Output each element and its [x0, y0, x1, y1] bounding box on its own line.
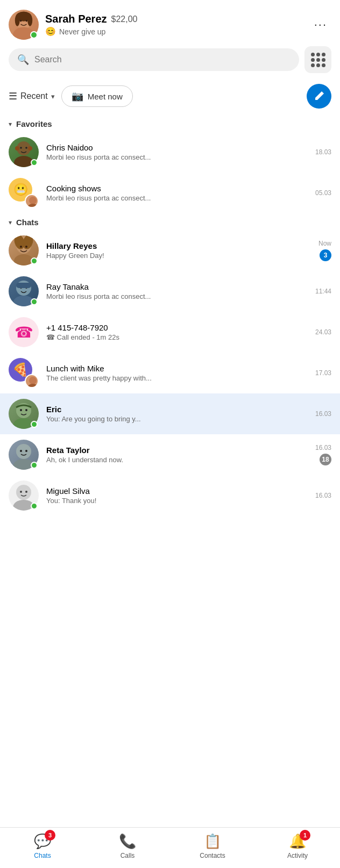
chat-name: Reta Taylor: [46, 446, 308, 455]
svg-rect-25: [16, 283, 31, 288]
filter-button[interactable]: ☰ Recent ▾: [9, 90, 55, 102]
chat-name: Miguel Silva: [46, 486, 308, 496]
chevron-down-icon: ▾: [51, 92, 55, 101]
chat-time: Now: [318, 240, 331, 247]
search-input[interactable]: [34, 55, 291, 64]
chats-nav-label: Chats: [34, 852, 51, 859]
chat-content: Chris Naidoo Morbi leo risus porta ac co…: [46, 143, 308, 161]
header: Sarah Perez $22,00 😊 Never give up ···: [0, 0, 340, 46]
bottom-navigation: 💬 3 Chats 📞 Calls 📋 Contacts 🔔 1 Activit…: [0, 827, 340, 868]
online-indicator: [31, 421, 38, 428]
chat-content: Eric You: Are you going to bring y...: [46, 405, 308, 423]
svg-point-14: [27, 204, 38, 208]
online-indicator: [31, 462, 38, 469]
avatar: ☎: [9, 317, 39, 347]
chat-content: Reta Taylor Ah, ok I understand now.: [46, 446, 308, 464]
contacts-icon: 📋: [204, 833, 221, 849]
chat-preview: Ah, ok I understand now.: [46, 456, 308, 464]
nav-item-calls[interactable]: 📞 Calls: [85, 833, 170, 859]
status-text: Never give up: [59, 27, 105, 36]
svg-point-6: [26, 20, 28, 22]
chat-name: Ray Tanaka: [46, 282, 308, 291]
chat-meta: 05.03: [315, 189, 331, 197]
list-item[interactable]: Hillary Reyes Happy Green Day! Now 3: [0, 230, 340, 271]
chat-name: +1 415-748-7920: [46, 323, 308, 332]
list-item[interactable]: 🍕 Lunch with Mike The client was pretty …: [0, 353, 340, 393]
svg-point-31: [25, 409, 27, 411]
chat-meta: 16.03: [315, 410, 331, 418]
svg-point-3: [15, 15, 20, 26]
svg-point-20: [25, 246, 27, 248]
svg-point-4: [27, 15, 32, 26]
list-item[interactable]: Chris Naidoo Morbi leo risus porta ac co…: [0, 132, 340, 173]
chats-section-header[interactable]: ▾ Chats: [0, 213, 340, 230]
user-avatar[interactable]: [9, 10, 39, 40]
chat-time: 18.03: [315, 148, 331, 156]
list-item[interactable]: Reta Taylor Ah, ok I understand now. 16.…: [0, 434, 340, 475]
meet-now-button[interactable]: 📷 Meet now: [61, 85, 133, 107]
chat-time: 17.03: [315, 369, 331, 377]
avatar: [9, 137, 39, 167]
favorites-section-header[interactable]: ▾ Favorites: [0, 115, 340, 132]
calls-nav-label: Calls: [121, 852, 135, 859]
avatar: [9, 235, 39, 266]
avatar: [9, 276, 39, 306]
chat-name: Lunch with Mike: [46, 364, 308, 373]
chat-preview: You: Thank you!: [46, 497, 308, 505]
chat-name: Hillary Reyes: [46, 241, 311, 250]
svg-point-5: [20, 20, 22, 22]
chat-meta: 11:44: [315, 288, 331, 295]
svg-point-38: [20, 491, 22, 493]
chat-preview: ☎ Call ended - 1m 22s: [46, 333, 308, 341]
grid-menu-button[interactable]: [304, 46, 331, 73]
calls-nav-icon-wrapper: 📞: [119, 833, 136, 850]
online-indicator: [31, 257, 38, 264]
svg-point-19: [20, 246, 22, 248]
svg-point-36: [16, 485, 31, 500]
chat-meta: 18.03: [315, 148, 331, 156]
svg-point-12: [28, 146, 32, 150]
list-item[interactable]: 😬 Cooking shows Morbi leo risus porta ac…: [0, 173, 340, 213]
online-indicator: [31, 298, 38, 305]
chat-preview: Morbi leo risus porta ac consect...: [46, 194, 308, 202]
activity-nav-badge: 1: [300, 830, 310, 841]
svg-point-9: [20, 147, 22, 149]
chat-name: Chris Naidoo: [46, 143, 308, 152]
chat-content: Ray Tanaka Morbi leo risus porta ac cons…: [46, 282, 308, 300]
nav-item-activity[interactable]: 🔔 1 Activity: [255, 833, 340, 859]
activity-nav-icon-wrapper: 🔔 1: [289, 833, 306, 850]
list-item[interactable]: Ray Tanaka Morbi leo risus porta ac cons…: [0, 271, 340, 312]
chat-meta: 16.03 18: [315, 444, 331, 465]
phone-icon: ☎: [15, 324, 33, 341]
avatar: [9, 399, 39, 429]
list-item[interactable]: Miguel Silva You: Thank you! 16.03: [0, 475, 340, 516]
avatar: [9, 480, 39, 511]
chats-nav-icon-wrapper: 💬 3: [34, 833, 51, 850]
compose-button[interactable]: [307, 84, 331, 109]
online-indicator: [31, 503, 38, 510]
chat-time: 05.03: [315, 189, 331, 197]
chats-nav-badge: 3: [45, 830, 55, 841]
chat-content: +1 415-748-7920 ☎ Call ended - 1m 22s: [46, 323, 308, 341]
contacts-nav-label: Contacts: [200, 852, 225, 859]
nav-item-chats[interactable]: 💬 3 Chats: [0, 833, 85, 859]
status-emoji: 😊: [45, 26, 56, 37]
filter-icon: ☰: [9, 90, 17, 102]
avatar: 😬: [9, 178, 39, 208]
svg-point-34: [20, 450, 22, 452]
chat-name: Eric: [46, 405, 308, 414]
list-item[interactable]: ☎ +1 415-748-7920 ☎ Call ended - 1m 22s …: [0, 312, 340, 353]
nav-item-contacts[interactable]: 📋 Contacts: [170, 833, 255, 859]
more-options-button[interactable]: ···: [310, 16, 331, 34]
svg-point-13: [29, 197, 37, 204]
chat-meta: 17.03: [315, 369, 331, 377]
chat-name: Cooking shows: [46, 184, 308, 193]
chat-time: 24.03: [315, 328, 331, 336]
svg-point-30: [20, 409, 22, 411]
search-wrapper[interactable]: 🔍: [9, 48, 299, 71]
chat-preview: You: Are you going to bring y...: [46, 415, 308, 423]
list-item[interactable]: Eric You: Are you going to bring y... 16…: [0, 393, 340, 434]
chat-preview: Morbi leo risus porta ac consect...: [46, 153, 308, 161]
compose-icon: [313, 90, 325, 102]
svg-point-27: [27, 384, 38, 388]
